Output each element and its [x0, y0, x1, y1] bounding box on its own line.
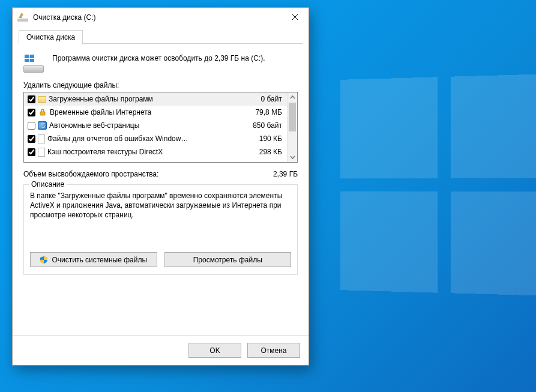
scroll-down-button[interactable]: [288, 152, 297, 162]
ok-button[interactable]: OK: [188, 343, 241, 358]
item-size: 190 КБ: [240, 134, 283, 143]
scroll-thumb[interactable]: [289, 103, 296, 131]
list-item[interactable]: Кэш построителя текстуры DirectX298 КБ: [24, 145, 287, 158]
window-title: Очистка диска (C:): [33, 13, 282, 22]
scrollbar[interactable]: [287, 92, 297, 162]
description-text: В папке "Загруженные файлы программ" вре…: [30, 191, 291, 241]
button-label: Очистить системные файлы: [52, 256, 147, 264]
total-label: Объем высвобождаемого пространства:: [23, 170, 273, 178]
total-row: Объем высвобождаемого пространства: 2,39…: [23, 170, 298, 178]
tab-disk-cleanup[interactable]: Очистка диска: [19, 30, 83, 44]
list-item[interactable]: Файлы для отчетов об ошибках Window…190 …: [24, 132, 287, 145]
list-item[interactable]: Автономные веб-страницы850 байт: [24, 119, 287, 132]
svg-rect-0: [40, 112, 45, 115]
item-size: 79,8 МБ: [240, 108, 283, 116]
close-button[interactable]: [282, 8, 307, 25]
item-name: Загруженные файлы программ: [49, 95, 238, 103]
page-icon: [38, 148, 45, 157]
tab-content: Программа очистки диска может освободить…: [13, 44, 309, 335]
cancel-button[interactable]: Отмена: [247, 343, 300, 358]
item-name: Автономные веб-страницы: [49, 121, 238, 130]
item-checkbox[interactable]: [28, 148, 35, 156]
item-size: 850 байт: [240, 121, 283, 130]
clean-system-files-button[interactable]: Очистить системные файлы: [30, 252, 157, 267]
folder-icon: [38, 96, 46, 103]
view-files-button[interactable]: Просмотреть файлы: [164, 252, 292, 267]
shield-icon: [40, 256, 48, 264]
button-label: Отмена: [260, 346, 286, 355]
windows-logo-watermark: [340, 74, 536, 296]
tabstrip: Очистка диска: [19, 28, 303, 44]
item-checkbox[interactable]: [28, 109, 35, 116]
scroll-track[interactable]: [288, 103, 297, 152]
groupbox-legend: Описание: [29, 180, 67, 188]
drive-icon: [23, 55, 44, 73]
globe-icon: [38, 121, 47, 130]
page-icon: [38, 134, 45, 143]
titlebar[interactable]: Очистка диска (C:): [13, 8, 309, 27]
description-groupbox: Описание В папке "Загруженные файлы прог…: [23, 184, 298, 275]
button-label: Просмотреть файлы: [193, 256, 262, 264]
list-label: Удалить следующие файлы:: [23, 81, 298, 89]
list-item[interactable]: Временные файлы Интернета79,8 МБ: [24, 106, 287, 119]
item-checkbox[interactable]: [28, 135, 35, 143]
item-name: Временные файлы Интернета: [50, 108, 238, 116]
lock-icon: [38, 107, 47, 117]
item-size: 298 КБ: [240, 148, 283, 156]
button-label: OK: [209, 346, 220, 355]
info-row: Программа очистки диска может освободить…: [23, 53, 298, 73]
item-checkbox[interactable]: [28, 95, 35, 103]
disk-cleanup-window: Очистка диска (C:) Очистка диска Програм…: [12, 7, 309, 366]
scroll-up-button[interactable]: [288, 92, 297, 103]
info-text: Программа очистки диска может освободить…: [52, 53, 265, 63]
item-name: Файлы для отчетов об ошибках Window…: [47, 134, 238, 143]
list-item[interactable]: Загруженные файлы программ0 байт: [24, 92, 287, 106]
total-value: 2,39 ГБ: [273, 170, 298, 178]
item-checkbox[interactable]: [28, 122, 35, 130]
file-categories-list[interactable]: Загруженные файлы программ0 байтВременны…: [23, 92, 298, 163]
item-size: 0 байт: [240, 95, 283, 103]
tab-label: Очистка диска: [26, 33, 75, 41]
dialog-footer: OK Отмена: [13, 335, 309, 365]
disk-cleanup-icon: [17, 13, 28, 22]
item-name: Кэш построителя текстуры DirectX: [47, 148, 238, 156]
